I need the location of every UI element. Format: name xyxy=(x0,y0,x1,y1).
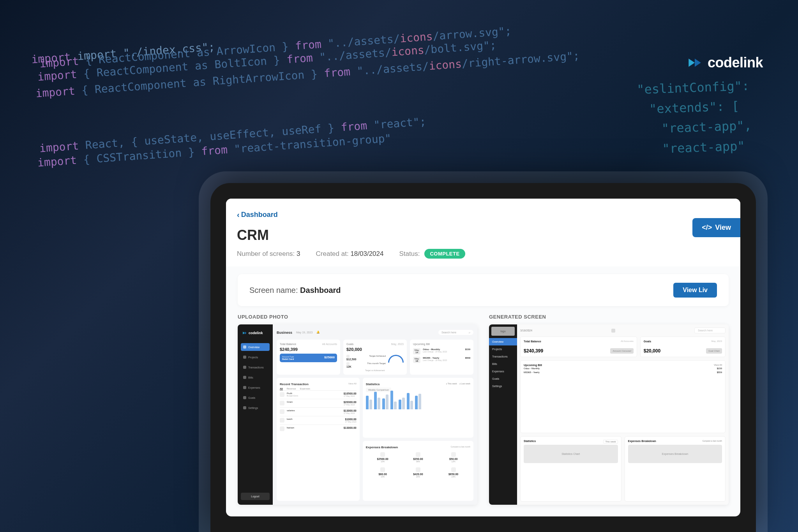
mock-topbar: Business May 19, 2023 🔔 Search here⌕ xyxy=(277,328,473,336)
mock-logo-icon xyxy=(242,331,247,335)
gen-expenses-card: Expenses BreakdownCompare to last month … xyxy=(625,436,726,502)
page-title: CRM xyxy=(237,227,729,243)
mock-bill-row: May18 MS365 - YearlyLast Charge - 18 May… xyxy=(413,356,470,364)
gen-expenses-placeholder: Expenses Breakdown xyxy=(628,445,722,463)
app-screen: ‹ Dashboard CRM Number of screens: 3 Cre… xyxy=(226,199,740,516)
mock-sidebar: codelink Overview Projects Transactions … xyxy=(238,324,273,505)
mock-nav-projects: Projects xyxy=(241,353,270,361)
screen-name-label: Screen name: xyxy=(249,286,298,294)
status-label: Status: xyxy=(399,250,420,258)
mock-bill-row: May14 Odoo - MonthlyLast Charge - 14 May… xyxy=(413,347,470,356)
mock-nav-transactions: Transactions xyxy=(241,363,270,371)
mock-balance-card: Total BalanceAll Accounts $240,399 Accou… xyxy=(277,340,340,375)
breadcrumb-label: Dashboard xyxy=(241,211,278,219)
uploaded-panel: UPLOADED PHOTO codelink Overview Project… xyxy=(238,314,477,505)
page-header: ‹ Dashboard CRM Number of screens: 3 Cre… xyxy=(226,199,740,266)
generated-panel-body: logo Overview Projects Transactions Bill… xyxy=(489,324,729,505)
brand-name: codelink xyxy=(708,55,763,71)
search-icon: ⌕ xyxy=(469,331,470,334)
screen-name-row: Screen name: Dashboard xyxy=(249,286,341,295)
mock-debit-card: Account TypeDebit Card $25000 xyxy=(280,354,337,362)
chevron-left-icon: ‹ xyxy=(237,210,240,219)
screens-value: 3 xyxy=(297,250,300,257)
gauge-icon xyxy=(388,355,404,363)
gen-main: 3/18/2024 Search here Total BalanceAll A… xyxy=(517,324,729,505)
gen-date: 3/18/2024 xyxy=(520,329,532,332)
generated-panel: GENERATED SCREEN logo Overview Projects … xyxy=(489,314,729,505)
tablet-frame: ‹ Dashboard CRM Number of screens: 3 Cre… xyxy=(210,183,756,532)
gen-goals-card: GoalsMay, 2023 $20,000 Goal Chart xyxy=(640,336,726,357)
comparison-panels: UPLOADED PHOTO codelink Overview Project… xyxy=(226,314,740,516)
gen-nav-transactions: Transactions xyxy=(489,353,517,360)
generated-panel-title: GENERATED SCREEN xyxy=(489,314,729,320)
gen-nav-goals: Goals xyxy=(489,375,517,382)
gen-logo-placeholder: logo xyxy=(491,327,515,336)
brand-logo: codelink xyxy=(687,55,763,71)
gen-icon-placeholder xyxy=(611,329,615,333)
created-label: Created at: xyxy=(316,250,349,257)
code-icon: </> xyxy=(702,224,712,232)
gen-nav-bills: Bills xyxy=(489,360,517,368)
mock-upcoming-card: Upcoming Bill May14 Odoo - MonthlyLast C… xyxy=(410,340,473,375)
mock-nav-overview: Overview xyxy=(241,343,270,351)
mock-logo: codelink xyxy=(241,329,270,337)
gen-search: Search here xyxy=(694,328,726,333)
mock-goals-card: GoalsMay, 2023 $20,000 Target Achieved $… xyxy=(343,340,407,375)
view-live-button[interactable]: View Liv xyxy=(673,283,717,298)
meta-row: Number of screens: 3 Created at: 18/03/2… xyxy=(237,249,729,259)
created-value: 18/03/2024 xyxy=(350,250,383,257)
mock-expenses-card: Expenses BreakdownCompare to last month … xyxy=(363,441,473,501)
mock-nav-settings: Settings xyxy=(241,404,270,412)
mock-nav-bills: Bills xyxy=(241,373,270,381)
gen-sidebar: logo Overview Projects Transactions Bill… xyxy=(489,324,517,505)
mock-statistics-card: Statistics● This week● Last week Weekly … xyxy=(363,378,473,438)
mock-search: Search here⌕ xyxy=(438,330,473,335)
screen-name-value: Dashboard xyxy=(300,286,341,294)
mock-logout: Logout xyxy=(241,493,270,500)
status-badge: COMPLETE xyxy=(424,249,465,259)
background-config-text: "eslintConfig": "extends": [ "react-app"… xyxy=(636,76,752,160)
gen-upcoming-card: Upcoming BillView All Odoo - Monthly$150… xyxy=(520,360,726,433)
uploaded-panel-title: UPLOADED PHOTO xyxy=(238,314,477,320)
mock-nav-goals: Goals xyxy=(241,394,270,402)
brand-mark-icon xyxy=(687,55,703,71)
mock-transactions-card: Recent TransactionView All AllRevenueExp… xyxy=(277,378,360,501)
bell-icon: 🔔 xyxy=(316,331,320,335)
mock-nav-expenses: Expenses xyxy=(241,384,270,391)
screens-label: Number of screens: xyxy=(237,250,295,257)
gen-nav-expenses: Expenses xyxy=(489,368,517,375)
view-button[interactable]: </> View xyxy=(692,218,740,237)
breadcrumb-back[interactable]: ‹ Dashboard xyxy=(237,210,729,219)
gen-nav-settings: Settings xyxy=(489,382,517,390)
gen-nav-overview: Overview xyxy=(489,338,517,345)
uploaded-panel-body: codelink Overview Projects Transactions … xyxy=(238,324,477,505)
gen-stats-placeholder: Statistics Chart xyxy=(524,445,618,463)
mock-main: Business May 19, 2023 🔔 Search here⌕ Tot… xyxy=(273,324,477,505)
gen-balance-card: Total BalanceAll Accounts $240,399 Accou… xyxy=(520,336,637,357)
screen-card: Screen name: Dashboard View Liv xyxy=(238,274,729,306)
gen-stats-card: StatisticsThis week Statistics Chart xyxy=(520,436,621,502)
gen-nav-projects: Projects xyxy=(489,345,517,353)
mock-bar-chart xyxy=(366,392,470,412)
